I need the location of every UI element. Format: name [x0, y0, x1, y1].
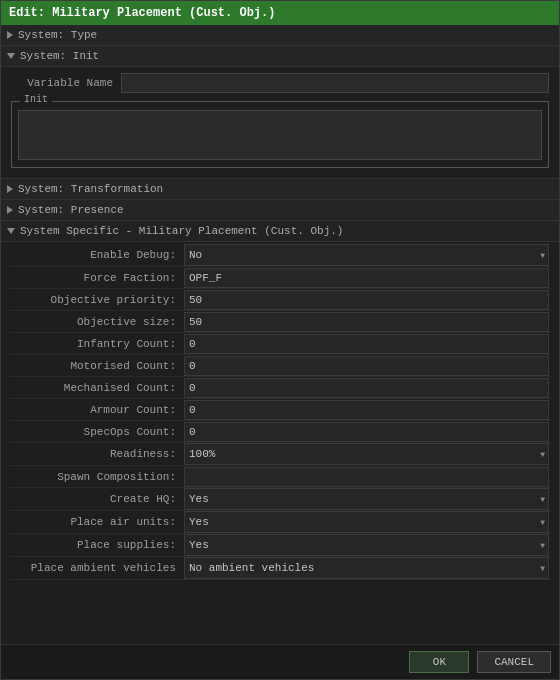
specific-field-label: Spawn Composition: [9, 469, 184, 485]
specific-field-input[interactable] [184, 467, 549, 487]
specific-field-select[interactable]: NoYes [184, 244, 549, 266]
init-group: Init [11, 101, 549, 168]
specific-field-label: Force Faction: [9, 270, 184, 286]
chevron-down-icon-specific [7, 228, 15, 234]
specific-field-input[interactable] [184, 356, 549, 376]
select-wrapper: YesNo [184, 511, 549, 533]
section-type-label: System: Type [18, 29, 97, 41]
specific-row: Motorised Count: [9, 355, 551, 377]
specific-field-select[interactable]: No ambient vehiclesYes [184, 557, 549, 579]
chevron-right-icon-presence [7, 206, 13, 214]
main-content: System: Type System: Init Variable Name … [1, 25, 559, 644]
specific-field-label: Readiness: [9, 446, 184, 462]
specific-row: Enable Debug:NoYes [9, 244, 551, 267]
specific-content: Enable Debug:NoYesForce Faction:Objectiv… [1, 242, 559, 582]
select-wrapper: NoYes [184, 244, 549, 266]
chevron-right-icon-transform [7, 185, 13, 193]
chevron-down-icon [7, 53, 15, 59]
specific-field-select[interactable]: 100%75%50%25% [184, 443, 549, 465]
variable-name-input[interactable] [121, 73, 549, 93]
variable-name-label: Variable Name [11, 77, 121, 89]
specific-row: Place supplies:YesNo [9, 534, 551, 557]
specific-row: Readiness:100%75%50%25% [9, 443, 551, 466]
specific-row: Place air units:YesNo [9, 511, 551, 534]
init-textarea[interactable] [18, 110, 542, 160]
ok-button[interactable]: OK [409, 651, 469, 673]
specific-field-input[interactable] [184, 378, 549, 398]
specific-field-input[interactable] [184, 312, 549, 332]
specific-row: Armour Count: [9, 399, 551, 421]
specific-field-label: Armour Count: [9, 402, 184, 418]
button-bar: OK CANCEL [1, 644, 559, 679]
specific-field-select[interactable]: YesNo [184, 488, 549, 510]
select-wrapper: YesNo [184, 488, 549, 510]
specific-row: Create HQ:YesNo [9, 488, 551, 511]
select-wrapper: YesNo [184, 534, 549, 556]
section-presence-label: System: Presence [18, 204, 124, 216]
init-group-legend: Init [20, 94, 52, 105]
specific-field-label: Objective size: [9, 314, 184, 330]
cancel-button[interactable]: CANCEL [477, 651, 551, 673]
specific-field-label: Place ambient vehicles [9, 560, 184, 576]
app-container: Edit: Military Placement (Cust. Obj.) Sy… [0, 0, 560, 680]
section-specific-label: System Specific - Military Placement (Cu… [20, 225, 343, 237]
variable-name-row: Variable Name [11, 73, 549, 93]
section-system-init[interactable]: System: Init [1, 46, 559, 67]
specific-field-input[interactable] [184, 290, 549, 310]
specific-field-label: Place air units: [9, 514, 184, 530]
specific-field-label: Objective priority: [9, 292, 184, 308]
specific-field-label: Motorised Count: [9, 358, 184, 374]
specific-field-label: Mechanised Count: [9, 380, 184, 396]
section-init-content: Variable Name Init [1, 67, 559, 179]
specific-field-label: Infantry Count: [9, 336, 184, 352]
specific-field-input[interactable] [184, 334, 549, 354]
specific-row: Objective priority: [9, 289, 551, 311]
title-text: Edit: Military Placement (Cust. Obj.) [9, 6, 275, 20]
section-init-label: System: Init [20, 50, 99, 62]
specific-field-label: SpecOps Count: [9, 424, 184, 440]
chevron-right-icon [7, 31, 13, 39]
title-bar: Edit: Military Placement (Cust. Obj.) [1, 1, 559, 25]
section-system-type[interactable]: System: Type [1, 25, 559, 46]
select-wrapper: No ambient vehiclesYes [184, 557, 549, 579]
section-system-specific-header[interactable]: System Specific - Military Placement (Cu… [1, 221, 559, 242]
select-wrapper: 100%75%50%25% [184, 443, 549, 465]
specific-field-input[interactable] [184, 268, 549, 288]
section-system-transformation[interactable]: System: Transformation [1, 179, 559, 200]
specific-field-input[interactable] [184, 400, 549, 420]
section-transformation-label: System: Transformation [18, 183, 163, 195]
specific-field-label: Place supplies: [9, 537, 184, 553]
specific-row: Objective size: [9, 311, 551, 333]
specific-field-label: Enable Debug: [9, 247, 184, 263]
section-system-presence[interactable]: System: Presence [1, 200, 559, 221]
specific-field-select[interactable]: YesNo [184, 534, 549, 556]
specific-row: SpecOps Count: [9, 421, 551, 443]
specific-field-select[interactable]: YesNo [184, 511, 549, 533]
specific-row: Spawn Composition: [9, 466, 551, 488]
specific-row: Force Faction: [9, 267, 551, 289]
specific-row: Place ambient vehiclesNo ambient vehicle… [9, 557, 551, 580]
specific-field-input[interactable] [184, 422, 549, 442]
specific-row: Mechanised Count: [9, 377, 551, 399]
specific-row: Infantry Count: [9, 333, 551, 355]
specific-field-label: Create HQ: [9, 491, 184, 507]
